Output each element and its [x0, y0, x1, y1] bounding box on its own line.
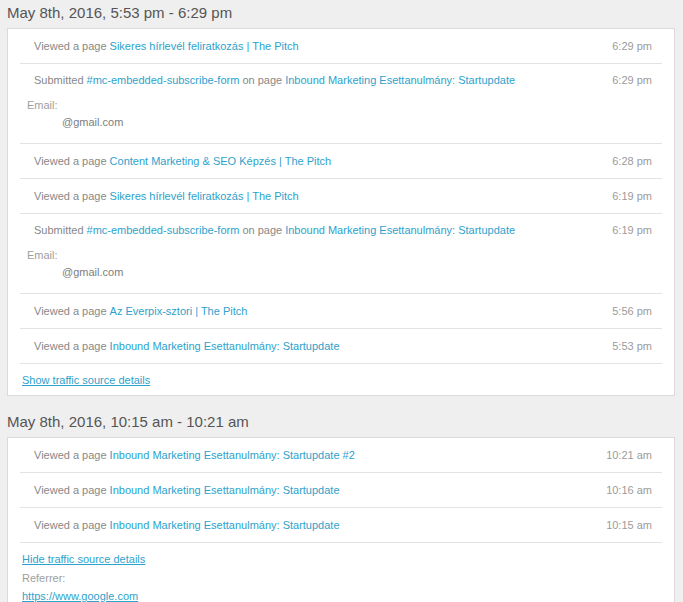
- event-connector-label: on page: [242, 74, 282, 86]
- form-submission-row: Submitted#mc-embedded-subscribe-formon p…: [20, 64, 662, 144]
- event-timestamp: 10:15 am: [606, 519, 652, 532]
- page-link[interactable]: Az Everpix-sztori | The Pitch: [110, 305, 248, 317]
- pageview-row: Viewed a pageAz Everpix-sztori | The Pit…: [20, 294, 662, 329]
- event-summary: Viewed a pageSikeres hírlevél feliratkoz…: [27, 40, 652, 53]
- referrer-url-link[interactable]: https://www.google.com: [22, 590, 138, 602]
- event-action-label: Submitted: [34, 224, 84, 236]
- event-summary: Submitted#mc-embedded-subscribe-formon p…: [27, 74, 652, 87]
- event-summary: Viewed a pageSikeres hírlevél feliratkoz…: [27, 190, 652, 203]
- event-summary: Submitted#mc-embedded-subscribe-formon p…: [27, 224, 652, 237]
- event-action-label: Viewed a page: [34, 484, 107, 496]
- event-timestamp: 10:21 am: [606, 449, 652, 462]
- event-text: Viewed a pageAz Everpix-sztori | The Pit…: [34, 305, 612, 318]
- page-link[interactable]: Content Marketing & SEO Képzés | The Pit…: [110, 155, 332, 167]
- page-link[interactable]: Sikeres hírlevél feliratkozás | The Pitc…: [110, 40, 299, 52]
- form-field-label: Email:: [27, 249, 652, 262]
- event-action-label: Viewed a page: [34, 190, 107, 202]
- form-id-link[interactable]: #mc-embedded-subscribe-form: [87, 224, 240, 236]
- event-text: Viewed a pageSikeres hírlevél feliratkoz…: [34, 40, 612, 53]
- referrer-label: Referrer:: [22, 572, 652, 585]
- page-link[interactable]: Inbound Marketing Esettanulmány: Startup…: [110, 519, 340, 531]
- section-date-header: May 8th, 2016, 10:15 am - 10:21 am: [0, 412, 683, 437]
- event-action-label: Viewed a page: [34, 305, 107, 317]
- page-link[interactable]: Inbound Marketing Esettanulmány: Startup…: [110, 449, 355, 461]
- event-text: Submitted#mc-embedded-subscribe-formon p…: [34, 74, 612, 87]
- event-text: Viewed a pageInbound Marketing Esettanul…: [34, 519, 606, 532]
- form-field-label: Email:: [27, 99, 652, 112]
- section-date-header: May 8th, 2016, 5:53 pm - 6:29 pm: [0, 3, 683, 28]
- event-timestamp: 6:28 pm: [612, 155, 652, 168]
- event-timestamp: 6:29 pm: [612, 40, 652, 53]
- event-action-label: Viewed a page: [34, 340, 107, 352]
- activity-timeline: May 8th, 2016, 5:53 pm - 6:29 pmViewed a…: [0, 0, 683, 602]
- form-field-value: @gmail.com: [27, 116, 652, 129]
- event-summary: Viewed a pageContent Marketing & SEO Kép…: [27, 155, 652, 168]
- activity-card: Viewed a pageInbound Marketing Esettanul…: [7, 437, 675, 602]
- page-link[interactable]: Inbound Marketing Esettanulmány: Startup…: [285, 74, 515, 86]
- timeline-section: May 8th, 2016, 5:53 pm - 6:29 pmViewed a…: [0, 3, 683, 396]
- event-text: Viewed a pageInbound Marketing Esettanul…: [34, 340, 612, 353]
- form-submission-row: Submitted#mc-embedded-subscribe-formon p…: [20, 214, 662, 294]
- page-link[interactable]: Inbound Marketing Esettanulmány: Startup…: [110, 484, 340, 496]
- page-link[interactable]: Inbound Marketing Esettanulmány: Startup…: [110, 340, 340, 352]
- event-summary: Viewed a pageInbound Marketing Esettanul…: [27, 340, 652, 353]
- traffic-source-toggle-link[interactable]: Show traffic source details: [22, 374, 150, 387]
- page-link[interactable]: Sikeres hírlevél feliratkozás | The Pitc…: [110, 190, 299, 202]
- event-timestamp: 6:19 pm: [612, 190, 652, 203]
- event-action-label: Viewed a page: [34, 449, 107, 461]
- event-action-label: Viewed a page: [34, 40, 107, 52]
- pageview-row: Viewed a pageSikeres hírlevél feliratkoz…: [20, 29, 662, 64]
- timeline-section: May 8th, 2016, 10:15 am - 10:21 amViewed…: [0, 412, 683, 602]
- traffic-source-toggle-link[interactable]: Hide traffic source details: [22, 553, 145, 566]
- event-text: Submitted#mc-embedded-subscribe-formon p…: [34, 224, 612, 237]
- pageview-row: Viewed a pageInbound Marketing Esettanul…: [20, 329, 662, 364]
- traffic-source-footer: Hide traffic source detailsReferrer:http…: [20, 543, 662, 602]
- pageview-row: Viewed a pageInbound Marketing Esettanul…: [20, 473, 662, 508]
- event-text: Viewed a pageSikeres hírlevél feliratkoz…: [34, 190, 612, 203]
- event-action-label: Viewed a page: [34, 519, 107, 531]
- pageview-row: Viewed a pageContent Marketing & SEO Kép…: [20, 144, 662, 179]
- event-timestamp: 10:16 am: [606, 484, 652, 497]
- activity-card: Viewed a pageSikeres hírlevél feliratkoz…: [7, 28, 675, 396]
- pageview-row: Viewed a pageInbound Marketing Esettanul…: [20, 438, 662, 473]
- event-summary: Viewed a pageInbound Marketing Esettanul…: [27, 484, 652, 497]
- event-text: Viewed a pageInbound Marketing Esettanul…: [34, 484, 606, 497]
- page-link[interactable]: Inbound Marketing Esettanulmány: Startup…: [285, 224, 515, 236]
- event-connector-label: on page: [242, 224, 282, 236]
- form-field-value: @gmail.com: [27, 266, 652, 279]
- event-summary: Viewed a pageInbound Marketing Esettanul…: [27, 519, 652, 532]
- traffic-source-footer: Show traffic source details: [20, 364, 662, 395]
- event-summary: Viewed a pageInbound Marketing Esettanul…: [27, 449, 652, 462]
- event-text: Viewed a pageContent Marketing & SEO Kép…: [34, 155, 612, 168]
- event-timestamp: 6:29 pm: [612, 74, 652, 87]
- pageview-row: Viewed a pageSikeres hírlevél feliratkoz…: [20, 179, 662, 214]
- pageview-row: Viewed a pageInbound Marketing Esettanul…: [20, 508, 662, 543]
- event-summary: Viewed a pageAz Everpix-sztori | The Pit…: [27, 305, 652, 318]
- form-id-link[interactable]: #mc-embedded-subscribe-form: [87, 74, 240, 86]
- event-action-label: Viewed a page: [34, 155, 107, 167]
- event-timestamp: 6:19 pm: [612, 224, 652, 237]
- event-timestamp: 5:56 pm: [612, 305, 652, 318]
- event-action-label: Submitted: [34, 74, 84, 86]
- event-text: Viewed a pageInbound Marketing Esettanul…: [34, 449, 606, 462]
- event-timestamp: 5:53 pm: [612, 340, 652, 353]
